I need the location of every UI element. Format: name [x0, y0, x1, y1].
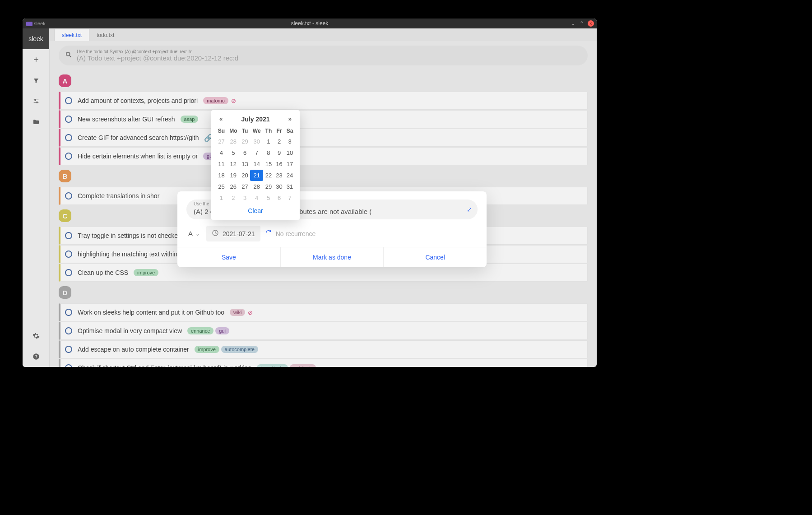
calendar-day[interactable]: 22 [263, 170, 274, 181]
calendar-day[interactable]: 14 [250, 158, 263, 170]
calendar-day[interactable]: 19 [227, 170, 240, 181]
chevron-down-icon: ⌄ [195, 231, 200, 237]
calendar-day[interactable]: 25 [216, 181, 227, 192]
app-body: sleek ? sleek.txttodo.txt Use the todo.t… [23, 28, 597, 367]
date-picker: « July 2021 » SuMoTuWeThFrSa272829301234… [211, 110, 300, 220]
window-title: sleek.txt - sleek [291, 20, 329, 27]
calendar-day[interactable]: 13 [240, 158, 250, 170]
calendar-day[interactable]: 28 [250, 181, 263, 192]
calendar-day[interactable]: 9 [274, 147, 284, 158]
calendar-day[interactable]: 23 [274, 170, 284, 181]
datepicker-header: « July 2021 » [216, 115, 295, 123]
calendar-day[interactable]: 30 [250, 136, 263, 147]
calendar-day[interactable]: 7 [284, 192, 295, 204]
calendar-day[interactable]: 26 [227, 181, 240, 192]
calendar-day[interactable]: 11 [216, 158, 227, 170]
app-icon [26, 22, 32, 26]
datepicker-clear[interactable]: Clear [216, 204, 295, 215]
calendar-day[interactable]: 30 [274, 181, 284, 192]
calendar-day[interactable]: 31 [284, 181, 295, 192]
priority-value: A [188, 230, 193, 237]
save-button[interactable]: Save [177, 247, 281, 267]
modal-row: A ⌄ 2021-07-21 No recurrence [177, 223, 487, 247]
calendar-day[interactable]: 7 [250, 147, 263, 158]
calendar-day[interactable]: 27 [240, 181, 250, 192]
date-field[interactable]: 2021-07-21 [206, 226, 260, 241]
datepicker-month[interactable]: July 2021 [241, 116, 269, 123]
calendar-day[interactable]: 3 [284, 136, 295, 147]
maximize-button[interactable]: ⌃ [579, 20, 585, 27]
calendar-day[interactable]: 16 [274, 158, 284, 170]
app-label-text: sleek [34, 21, 46, 26]
calendar-day[interactable]: 4 [250, 192, 263, 204]
recurrence-field[interactable]: No recurrence [265, 229, 316, 238]
mark-done-button[interactable]: Mark as done [281, 247, 384, 267]
modal-input-hint: Use the [194, 201, 209, 206]
calendar-day[interactable]: 2 [227, 192, 240, 204]
weekday-header: Sa [284, 126, 295, 136]
datepicker-next[interactable]: » [287, 115, 293, 123]
priority-select[interactable]: A ⌄ [186, 227, 202, 240]
datepicker-grid: SuMoTuWeThFrSa27282930123456789101112131… [216, 126, 295, 204]
weekday-header: Tu [240, 126, 250, 136]
app-window: sleek sleek.txt - sleek ⌄ ⌃ × sleek ? sl… [23, 19, 597, 367]
calendar-day[interactable]: 3 [240, 192, 250, 204]
calendar-day[interactable]: 8 [263, 147, 274, 158]
recurrence-placeholder: No recurrence [276, 230, 316, 237]
date-value: 2021-07-21 [223, 230, 255, 237]
calendar-day[interactable]: 1 [263, 136, 274, 147]
app-label: sleek [26, 21, 46, 26]
weekday-header: Fr [274, 126, 284, 136]
datepicker-prev[interactable]: « [218, 115, 224, 123]
repeat-icon [265, 229, 272, 238]
calendar-day[interactable]: 24 [284, 170, 295, 181]
weekday-header: Th [263, 126, 274, 136]
weekday-header: We [250, 126, 263, 136]
calendar-day[interactable]: 29 [240, 136, 250, 147]
calendar-day[interactable]: 21 [250, 170, 263, 181]
calendar-day[interactable]: 6 [240, 147, 250, 158]
calendar-day[interactable]: 18 [216, 170, 227, 181]
calendar-day[interactable]: 15 [263, 158, 274, 170]
calendar-day[interactable]: 2 [274, 136, 284, 147]
modal-buttons: Save Mark as done Cancel [177, 247, 487, 267]
close-button[interactable]: × [588, 20, 594, 27]
expand-icon[interactable]: ⤢ [467, 206, 472, 213]
calendar-day[interactable]: 10 [284, 147, 295, 158]
calendar-day[interactable]: 5 [263, 192, 274, 204]
calendar-day[interactable]: 5 [227, 147, 240, 158]
minimize-button[interactable]: ⌄ [570, 20, 576, 27]
cancel-button[interactable]: Cancel [384, 247, 487, 267]
calendar-day[interactable]: 6 [274, 192, 284, 204]
clock-icon [212, 229, 219, 238]
calendar-day[interactable]: 4 [216, 147, 227, 158]
titlebar: sleek sleek.txt - sleek ⌄ ⌃ × [23, 19, 597, 28]
calendar-day[interactable]: 20 [240, 170, 250, 181]
weekday-header: Su [216, 126, 227, 136]
calendar-day[interactable]: 29 [263, 181, 274, 192]
calendar-day[interactable]: 27 [216, 136, 227, 147]
calendar-day[interactable]: 28 [227, 136, 240, 147]
window-controls: ⌄ ⌃ × [570, 20, 594, 27]
calendar-day[interactable]: 1 [216, 192, 227, 204]
weekday-header: Mo [227, 126, 240, 136]
calendar-day[interactable]: 17 [284, 158, 295, 170]
calendar-day[interactable]: 12 [227, 158, 240, 170]
